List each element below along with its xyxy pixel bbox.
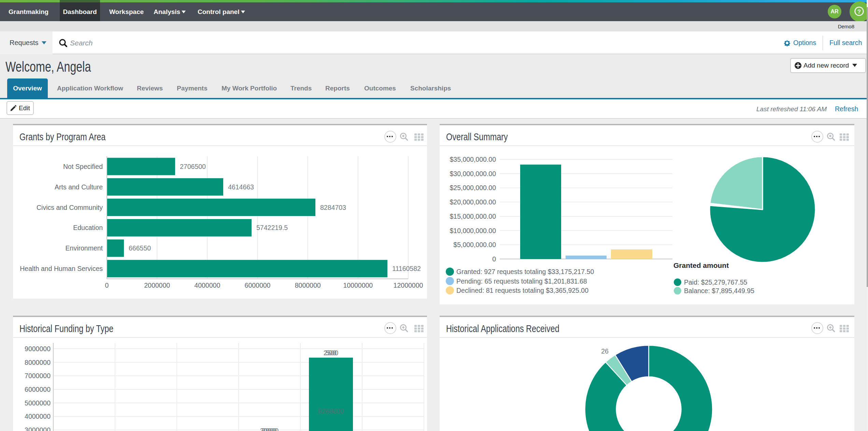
- svg-text:5000000: 5000000: [25, 399, 51, 407]
- svg-text:500: 500: [325, 349, 337, 357]
- svg-text:26: 26: [601, 347, 609, 355]
- svg-text:$10,000,000.00: $10,000,000.00: [450, 227, 496, 234]
- svg-text:12000000: 12000000: [394, 282, 423, 289]
- svg-text:8000000: 8000000: [25, 359, 51, 366]
- svg-text:$15,000,000.00: $15,000,000.00: [450, 213, 496, 220]
- svg-text:2000000: 2000000: [144, 282, 170, 289]
- svg-text:11160582: 11160582: [392, 265, 421, 272]
- svg-text:$5,000,000.00: $5,000,000.00: [453, 241, 496, 248]
- svg-text:Granted: 927 requests totaling: Granted: 927 requests totaling $33,175,2…: [456, 268, 594, 275]
- svg-text:Arts and Culture: Arts and Culture: [55, 183, 103, 191]
- svg-text:8284703: 8284703: [320, 204, 346, 211]
- svg-text:8000000: 8000000: [295, 282, 321, 289]
- svg-text:0: 0: [492, 255, 496, 263]
- svg-text:4614663: 4614663: [228, 183, 254, 191]
- svg-text:Not Specified: Not Specified: [63, 163, 103, 170]
- svg-text:4000000: 4000000: [194, 282, 220, 289]
- svg-text:Declined: 81 requests totaling: Declined: 81 requests totaling $3,365,92…: [456, 287, 588, 294]
- svg-text:10000000: 10000000: [343, 282, 373, 289]
- svg-text:$30,000,000.00: $30,000,000.00: [450, 170, 496, 177]
- svg-text:Pending: 65 requests totaling: Pending: 65 requests totaling $1,201,831…: [456, 277, 587, 285]
- svg-text:3000000: 3000000: [25, 426, 51, 431]
- svg-text:3000: 3000: [262, 427, 277, 431]
- svg-text:2706500: 2706500: [180, 163, 206, 170]
- svg-text:6000000: 6000000: [245, 282, 271, 289]
- svg-text:$20,000,000.00: $20,000,000.00: [450, 198, 496, 206]
- svg-text:Balance: $7,895,449.95: Balance: $7,895,449.95: [684, 287, 754, 294]
- svg-text:9000000: 9000000: [25, 345, 51, 353]
- svg-text:Civics and Community: Civics and Community: [37, 204, 103, 211]
- svg-text:6000000: 6000000: [25, 386, 51, 393]
- svg-text:7000000: 7000000: [25, 372, 51, 379]
- svg-text:?: ?: [857, 9, 861, 15]
- svg-text:4000000: 4000000: [25, 413, 51, 420]
- svg-text:Paid: $25,279,767.55: Paid: $25,279,767.55: [684, 278, 748, 286]
- svg-text:Granted amount: Granted amount: [673, 261, 729, 269]
- svg-text:Education: Education: [73, 224, 103, 231]
- svg-text:0: 0: [105, 282, 109, 289]
- svg-text:$25,000,000.00: $25,000,000.00: [450, 184, 496, 191]
- svg-text:666550: 666550: [129, 244, 151, 252]
- svg-text:8268600: 8268600: [318, 407, 344, 415]
- svg-text:5742219.5: 5742219.5: [256, 224, 288, 231]
- svg-text:Environment: Environment: [66, 244, 103, 252]
- svg-text:Health and Human Services: Health and Human Services: [20, 265, 103, 272]
- svg-text:$35,000,000.00: $35,000,000.00: [450, 156, 496, 163]
